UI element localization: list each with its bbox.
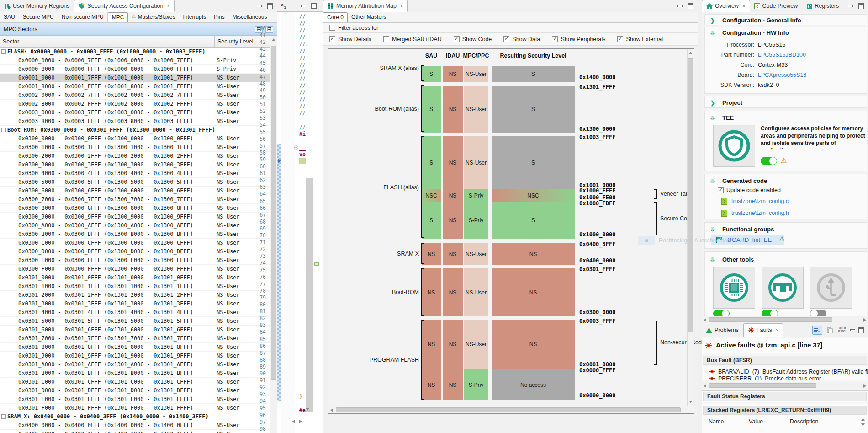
security-level-cell[interactable]: NS-User	[217, 179, 240, 185]
copy-icon[interactable]	[825, 326, 835, 335]
security-level-cell[interactable]: NS-User	[217, 326, 240, 333]
tool-tile-pins-tool[interactable]	[713, 267, 755, 309]
table-row[interactable]: 0x0301_0000 - 0x0301_0FFF (0x1301_0000 -…	[0, 273, 270, 282]
scrollbar-thumb[interactable]	[709, 383, 816, 388]
security-level-cell[interactable]: NS-User	[217, 231, 240, 237]
tab-user-memory-regions[interactable]: User Memory Regions	[0, 0, 74, 12]
security-level-cell[interactable]: NS-User	[217, 135, 240, 142]
column-header-name[interactable]: Name	[709, 418, 724, 425]
maximize-icon[interactable]	[311, 3, 317, 8]
tab-code-preview[interactable]: c Code Preview	[750, 0, 803, 12]
table-row[interactable]: 0x0000_0000 - 0x0000_7FFF (0x1000_0000 -…	[0, 56, 270, 65]
security-level-cell[interactable]: NS-User	[217, 266, 240, 272]
section-generated-code[interactable]: ⥥ Generated code Update code enabled tru…	[704, 174, 867, 219]
chevron-right-icon[interactable]: ❯	[710, 17, 716, 23]
map-cell-idau[interactable]: NS	[443, 202, 463, 239]
map-cell-res[interactable]: NS	[492, 268, 575, 316]
scroll-up-icon[interactable]	[861, 418, 865, 421]
table-row[interactable]: 0x0300_B000 - 0x0300_BFFF (0x1300_B000 -…	[0, 230, 270, 239]
map-cell-res[interactable]: S	[492, 136, 575, 189]
subtab-sau[interactable]: SAU	[0, 12, 19, 22]
scroll-up-icon[interactable]	[272, 38, 275, 41]
table-row[interactable]: 0x0301_9000 - 0x0301_9FFF (0x1301_9000 -…	[0, 352, 270, 360]
map-cell-mpc[interactable]: S-Priv	[464, 202, 488, 239]
security-level-cell[interactable]: NS-User	[217, 431, 240, 433]
scroll-up-icon[interactable]	[689, 52, 693, 54]
chevron-right-icon[interactable]: ❯	[710, 100, 716, 105]
maximize-icon[interactable]	[858, 327, 864, 333]
tab-security-access-configuration[interactable]: Security Access Configuration ×	[74, 0, 175, 12]
scroll-down-icon[interactable]	[306, 408, 309, 411]
security-level-cell[interactable]: NS-User	[217, 379, 240, 385]
table-row[interactable]: 0x0301_6000 - 0x0301_6FFF (0x1301_6000 -…	[0, 326, 270, 334]
editor-scrollbar[interactable]	[306, 12, 313, 421]
subtab-secure-mpu[interactable]: Secure MPU	[19, 12, 58, 22]
map-cell-res[interactable]: NSC	[492, 189, 575, 202]
table-row[interactable]: 0x0003_8000 - 0x0003_FFFF (0x1003_8000 -…	[0, 117, 270, 126]
security-level-cell[interactable]: NS-User	[217, 300, 240, 307]
table-row[interactable]: 0x0300_0000 - 0x0300_0FFF (0x1300_0000 -…	[0, 134, 270, 143]
section-project[interactable]: ❯ Project	[704, 96, 867, 108]
scroll-right-icon[interactable]	[863, 384, 866, 388]
tab-registers[interactable]: Registers	[802, 0, 843, 12]
subtab-miscellaneous[interactable]: Miscellaneous	[228, 12, 271, 22]
field-value-link[interactable]: LPCXpresso55S16	[758, 72, 806, 78]
generated-file-link[interactable]: trustzone\tzm_config.c	[731, 198, 789, 204]
security-level-cell[interactable]: NS-User	[217, 257, 240, 263]
minimize-icon[interactable]	[849, 327, 856, 333]
scrollbar-thumb[interactable]	[709, 317, 832, 322]
security-level-cell[interactable]: NS-User	[217, 309, 240, 315]
close-icon[interactable]: ×	[742, 3, 745, 9]
table-row[interactable]: 0x0300_4000 - 0x0300_4FFF (0x1300_4000 -…	[0, 169, 270, 178]
column-header-value[interactable]: Value	[749, 418, 763, 425]
scroll-left-icon[interactable]	[292, 420, 295, 423]
table-row[interactable]: 0x0301_2000 - 0x0301_2FFF (0x1301_2000 -…	[0, 291, 270, 299]
faults-horizontal-scrollbar[interactable]	[702, 382, 868, 389]
table-row[interactable]: 0x0301_1000 - 0x0301_1FFF (0x1301_1000 -…	[0, 282, 270, 291]
maximize-icon[interactable]	[267, 3, 273, 9]
fold-collapse-icon[interactable]: −	[294, 145, 298, 150]
chevron-down-icon[interactable]: ⥥	[710, 178, 716, 183]
table-row[interactable]: 0x0002_8000 - 0x0002_FFFF (0x1002_8000 -…	[0, 100, 270, 108]
security-level-cell[interactable]: NS-User	[217, 292, 240, 298]
map-cell-sau[interactable]: S	[422, 136, 441, 189]
fault-row[interactable]: BFARVALID(7)BusFault Address Register (B…	[703, 367, 867, 376]
security-level-cell[interactable]: NS-User	[217, 422, 240, 428]
filter-access-checkbox[interactable]: Filter access for	[329, 25, 378, 31]
map-cell-idau[interactable]: NS	[443, 66, 463, 82]
map-cell-res[interactable]: No access	[492, 369, 575, 400]
security-level-cell[interactable]: NS-User	[217, 283, 240, 289]
map-cell-mpc[interactable]: NS-User	[464, 320, 488, 369]
map-cell-sau[interactable]: S	[422, 202, 441, 239]
table-row[interactable]: 0x0301_8000 - 0x0301_8FFF (0x1301_8000 -…	[0, 343, 270, 352]
security-level-cell[interactable]: NS-User	[217, 161, 240, 168]
map-cell-sau[interactable]: S	[422, 86, 441, 133]
map-cell-sau[interactable]: NS	[422, 268, 441, 316]
table-row[interactable]: 0x0400_1000 - 0x0400_1FFF (0x1400_1000 -…	[0, 430, 270, 433]
security-level-cell[interactable]: NS-User	[217, 144, 240, 150]
security-level-cell[interactable]: NS-User	[217, 405, 240, 411]
security-level-cell[interactable]: NS-User	[217, 335, 240, 342]
generated-file-link[interactable]: trustzone\tzm_config.h	[731, 210, 789, 216]
section-hw-info[interactable]: ⥥ Configuration - HW Info Processor:LPC5…	[704, 27, 867, 94]
fault-row[interactable]: PRECISERR(1)Precise data bus error	[703, 376, 867, 380]
map-cell-mpc[interactable]: NS-User	[464, 66, 488, 82]
table-row[interactable]: 0x0300_E000 - 0x0300_EFFF (0x1300_E000 -…	[0, 256, 270, 265]
security-level-cell[interactable]: NS-User	[217, 153, 240, 159]
tool-tile-clocks-tool[interactable]	[762, 267, 804, 309]
subtab-core-0[interactable]: Core 0	[323, 12, 348, 22]
checkbox-show-peripherals[interactable]: Show Peripherals	[552, 36, 605, 43]
scroll-right-icon[interactable]	[299, 420, 302, 423]
tab-problems[interactable]: Problems	[702, 323, 743, 337]
column-header-sector[interactable]: Sector	[0, 36, 215, 47]
security-level-cell[interactable]: NS-User	[217, 344, 240, 350]
section-general-info[interactable]: ❯ Configuration - General Info	[704, 14, 867, 25]
chevron-down-icon[interactable]: ⥥	[710, 115, 716, 120]
security-level-cell[interactable]: NS-User	[217, 187, 240, 194]
binary-view-icon[interactable]: 10100101	[837, 326, 847, 335]
security-level-cell[interactable]: NS-User	[217, 83, 240, 90]
security-level-cell[interactable]: NS-User	[217, 170, 240, 176]
table-row[interactable]: 0x0002_0000 - 0x0002_7FFF (0x1002_0000 -…	[0, 91, 270, 100]
filter-faults-icon[interactable]	[812, 326, 822, 335]
table-row[interactable]: 0x0001_0000 - 0x0001_7FFF (0x1001_0000 -…	[0, 74, 270, 82]
